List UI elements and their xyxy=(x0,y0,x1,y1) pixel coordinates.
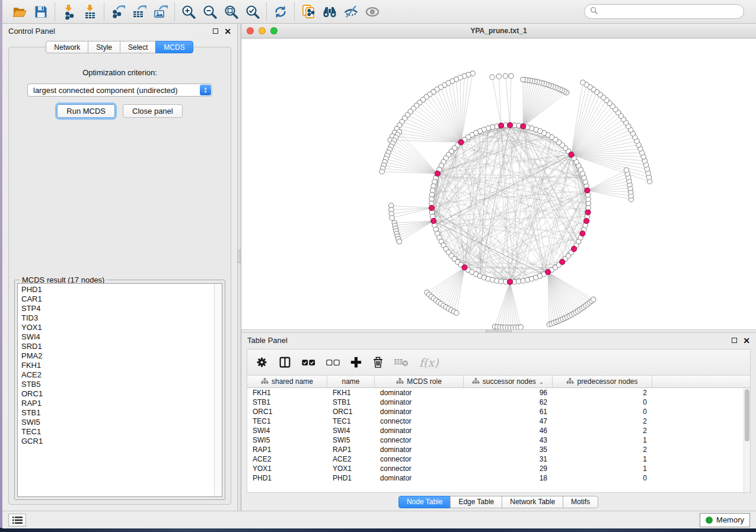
vertical-splitter[interactable] xyxy=(237,24,241,511)
network-node[interactable] xyxy=(624,168,629,172)
close-panel-icon[interactable]: ✕ xyxy=(224,28,231,34)
save-session-icon[interactable] xyxy=(31,2,50,21)
mcds-node[interactable] xyxy=(508,123,513,128)
result-list-item[interactable]: YOX1 xyxy=(21,323,214,332)
table-row[interactable]: STB1STB1dominator620 xyxy=(247,398,750,407)
table-cell[interactable]: connector xyxy=(375,455,464,463)
network-node[interactable] xyxy=(509,73,513,78)
mcds-node[interactable] xyxy=(569,152,574,158)
table-cell[interactable]: 47 xyxy=(464,417,553,425)
table-cell[interactable]: YOX1 xyxy=(327,464,375,473)
result-list-item[interactable]: SWI5 xyxy=(21,418,214,427)
table-cell[interactable]: 61 xyxy=(464,408,553,416)
select-all-icon[interactable] xyxy=(302,359,315,366)
mcds-node[interactable] xyxy=(508,279,513,284)
window-minimize-icon[interactable] xyxy=(259,27,266,34)
table-cell[interactable]: 29 xyxy=(464,464,553,473)
mcds-node[interactable] xyxy=(462,265,467,270)
table-row[interactable]: PHD1PHD1dominator180 xyxy=(247,473,750,483)
open-file-icon[interactable] xyxy=(10,2,29,21)
mcds-node[interactable] xyxy=(546,270,551,275)
float-panel-icon[interactable] xyxy=(213,28,218,34)
network-node[interactable] xyxy=(397,239,401,244)
table-cell[interactable]: SWI4 xyxy=(327,427,375,435)
hide-selected-icon[interactable] xyxy=(342,2,361,21)
memory-button[interactable]: Memory xyxy=(700,513,750,527)
window-close-icon[interactable] xyxy=(247,27,254,34)
table-cell[interactable]: FKH1 xyxy=(327,389,375,397)
horizontal-splitter-handle[interactable] xyxy=(486,330,512,332)
network-node[interactable] xyxy=(390,216,394,220)
gear-icon[interactable] xyxy=(256,356,268,368)
table-cell[interactable]: 1 xyxy=(553,455,652,463)
table-cell[interactable]: PHD1 xyxy=(247,474,327,482)
table-row[interactable]: TEC1TEC1connector472 xyxy=(247,416,750,426)
mcds-node[interactable] xyxy=(585,210,591,215)
table-scrollbar[interactable] xyxy=(744,388,750,492)
table-cell[interactable]: 96 xyxy=(464,389,553,397)
export-image-icon[interactable] xyxy=(151,2,170,21)
table-cell[interactable]: dominator xyxy=(375,398,464,406)
task-history-button[interactable] xyxy=(8,514,26,527)
table-row[interactable]: YOX1YOX1connector291 xyxy=(247,464,750,473)
mcds-node[interactable] xyxy=(585,188,590,193)
table-cell[interactable]: 1 xyxy=(553,464,652,473)
table-cell[interactable]: ACE2 xyxy=(327,455,375,463)
table-cell[interactable]: 31 xyxy=(464,455,553,463)
table-cell[interactable]: 0 xyxy=(553,398,652,406)
mcds-node[interactable] xyxy=(560,259,565,265)
new-network-from-selection-icon[interactable] xyxy=(299,2,318,21)
zoom-fit-icon[interactable] xyxy=(222,2,241,21)
result-list-item[interactable]: FKH1 xyxy=(21,361,214,370)
column-header-predecessor-nodes[interactable]: predecessor nodes xyxy=(553,376,652,387)
result-list-item[interactable]: TID3 xyxy=(21,313,214,323)
zoom-in-icon[interactable] xyxy=(179,2,198,21)
mcds-node[interactable] xyxy=(521,124,526,129)
result-list-item[interactable]: ORC1 xyxy=(21,389,214,399)
search-text-field[interactable] xyxy=(601,7,738,17)
table-cell[interactable]: TEC1 xyxy=(247,417,327,425)
import-network-icon[interactable] xyxy=(59,2,78,21)
network-node[interactable] xyxy=(591,297,596,302)
columns-icon[interactable] xyxy=(279,356,291,368)
network-window-titlebar[interactable]: YPA_prune.txt_1 xyxy=(241,24,756,39)
table-cell[interactable]: 46 xyxy=(464,427,553,435)
run-mcds-button[interactable]: Run MCDS xyxy=(57,104,115,118)
table-cell[interactable]: PHD1 xyxy=(327,474,375,482)
result-list-item[interactable]: PMA2 xyxy=(21,351,214,361)
table-cell[interactable]: SWI5 xyxy=(247,436,327,444)
table-cell[interactable]: dominator xyxy=(375,446,464,454)
delete-icon[interactable] xyxy=(372,356,384,368)
float-table-panel-icon[interactable] xyxy=(732,338,737,343)
mcds-node[interactable] xyxy=(435,171,440,176)
vertical-splitter-handle[interactable] xyxy=(238,250,241,263)
export-network-icon[interactable] xyxy=(109,2,127,21)
result-list-item[interactable]: GCR1 xyxy=(21,437,214,446)
zoom-selected-icon[interactable] xyxy=(243,2,262,21)
network-node[interactable] xyxy=(518,325,523,329)
tab-network[interactable]: Network xyxy=(46,41,88,53)
network-node[interactable] xyxy=(454,310,459,315)
table-cell[interactable]: TEC1 xyxy=(327,417,375,425)
show-all-icon[interactable] xyxy=(363,2,382,21)
mcds-node[interactable] xyxy=(580,231,585,236)
add-icon[interactable] xyxy=(350,357,362,368)
mcds-node[interactable] xyxy=(571,246,576,252)
network-graph[interactable] xyxy=(241,39,756,329)
table-row[interactable]: RAP1RAP1dominator352 xyxy=(247,445,750,454)
table-cell[interactable]: 2 xyxy=(553,417,652,425)
table-row[interactable]: SWI4SWI4dominator462 xyxy=(247,426,750,435)
window-maximize-icon[interactable] xyxy=(270,27,277,34)
tab-edge-table[interactable]: Edge Table xyxy=(450,496,502,508)
table-cell[interactable]: SWI5 xyxy=(327,436,375,444)
table-cell[interactable]: 18 xyxy=(464,474,553,482)
deselect-all-icon[interactable] xyxy=(326,359,340,366)
table-cell[interactable]: dominator xyxy=(375,389,464,397)
table-row[interactable]: ORC1ORC1dominator610 xyxy=(247,407,750,416)
tab-motifs[interactable]: Motifs xyxy=(563,496,598,508)
optimization-criterion-select[interactable]: largest connected component (undirected)… xyxy=(27,84,212,97)
table-row[interactable]: SWI5SWI5connector431 xyxy=(247,435,750,445)
table-cell[interactable]: RAP1 xyxy=(327,446,375,454)
table-cell[interactable]: RAP1 xyxy=(247,446,327,454)
table-cell[interactable]: 2 xyxy=(553,427,652,435)
